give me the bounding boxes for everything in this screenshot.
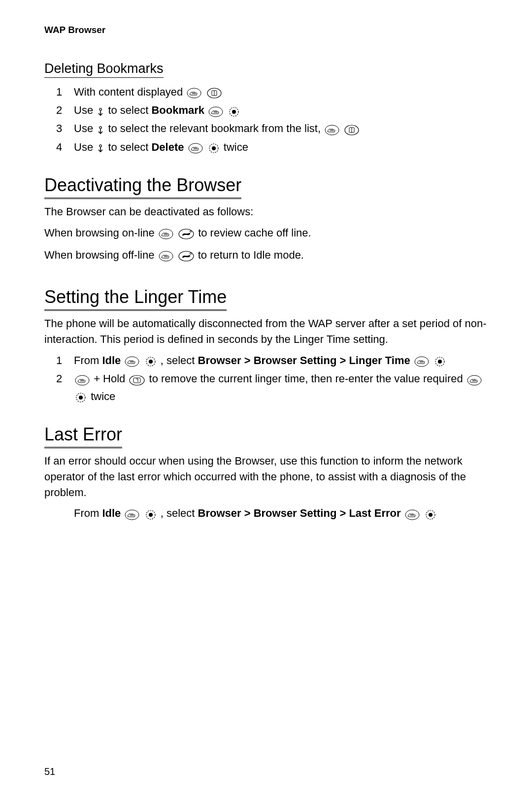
step-row: 4 Use to select Delete twice	[44, 139, 488, 156]
step-body: From Idle , select Browser > Browser Set…	[74, 352, 488, 369]
paragraph: The Browser can be deactivated as follow…	[44, 204, 488, 220]
step-number: 1	[44, 352, 74, 369]
section-deactivating-browser: Deactivating the Browser The Browser can…	[44, 157, 488, 264]
step-body: Use to select the relevant bookmark from…	[74, 120, 488, 137]
hand-icon	[159, 225, 173, 242]
section-heading: Last Error	[44, 424, 122, 448]
manual-page: WAP Browser Deleting Bookmarks 1 With co…	[0, 0, 532, 543]
step-row: 1 With content displayed	[44, 84, 488, 101]
hand-icon	[414, 353, 429, 369]
step-number: 2	[44, 102, 74, 119]
hand-icon	[125, 353, 139, 369]
hand-icon	[208, 102, 223, 119]
paragraph: The phone will be automatically disconne…	[44, 316, 488, 347]
hand-icon	[159, 247, 173, 264]
step-row: 2 Use to select Bookmark	[44, 102, 488, 119]
section-linger-time: Setting the Linger Time The phone will b…	[44, 269, 488, 405]
paragraph: When browsing off-line to return to Idle…	[44, 247, 488, 264]
nav-icon	[97, 121, 104, 138]
section-heading: Setting the Linger Time	[44, 287, 227, 311]
hand-icon	[467, 371, 482, 388]
hand-icon	[125, 506, 139, 523]
step-row: 2 + Hold to remove the current linger ti…	[44, 370, 488, 405]
section-last-error: Last Error If an error should occur when…	[44, 406, 488, 523]
end-call-icon	[178, 247, 194, 264]
clear-icon	[129, 371, 145, 388]
step-list: 1 From Idle , select Browser > Browser S…	[44, 352, 488, 405]
target-icon	[425, 506, 436, 523]
nav-icon	[97, 139, 104, 156]
target-icon	[145, 506, 157, 523]
section-heading: Deactivating the Browser	[44, 175, 241, 199]
step-row: From Idle , select Browser > Browser Set…	[44, 505, 488, 522]
step-number: 2	[44, 370, 74, 387]
paragraph: When browsing on-line to review cache of…	[44, 225, 488, 242]
hand-icon	[75, 371, 90, 388]
target-icon	[208, 139, 220, 156]
step-row: 1 From Idle , select Browser > Browser S…	[44, 352, 488, 369]
target-icon	[434, 353, 446, 369]
hand-icon	[188, 139, 203, 156]
step-row: 3 Use to select the relevant bookmark fr…	[44, 120, 488, 137]
target-icon	[228, 102, 240, 119]
page-number: 51	[44, 766, 55, 777]
step-body: From Idle , select Browser > Browser Set…	[74, 505, 488, 522]
section-deleting-bookmarks: Deleting Bookmarks 1 With content displa…	[44, 61, 488, 156]
paragraph: If an error should occur when using the …	[44, 453, 488, 501]
nav-icon	[97, 102, 104, 119]
target-icon	[75, 389, 87, 405]
sub-heading: Deleting Bookmarks	[44, 61, 164, 78]
hand-icon	[325, 121, 339, 138]
end-call-icon	[178, 225, 194, 242]
step-body: Use to select Delete twice	[74, 139, 488, 156]
target-icon	[145, 353, 157, 369]
softkey-icon	[344, 121, 359, 138]
step-list: 1 With content displayed 2 Use to select…	[44, 84, 488, 156]
step-number: 3	[44, 120, 74, 137]
hand-icon	[187, 84, 201, 101]
step-number: 1	[44, 84, 74, 100]
step-body: Use to select Bookmark	[74, 102, 488, 119]
running-header: WAP Browser	[44, 25, 488, 35]
step-number: 4	[44, 139, 74, 156]
softkey-icon	[207, 84, 222, 101]
hand-icon	[405, 506, 420, 523]
step-body: + Hold to remove the current linger time…	[74, 370, 488, 405]
step-body: With content displayed	[74, 84, 488, 101]
